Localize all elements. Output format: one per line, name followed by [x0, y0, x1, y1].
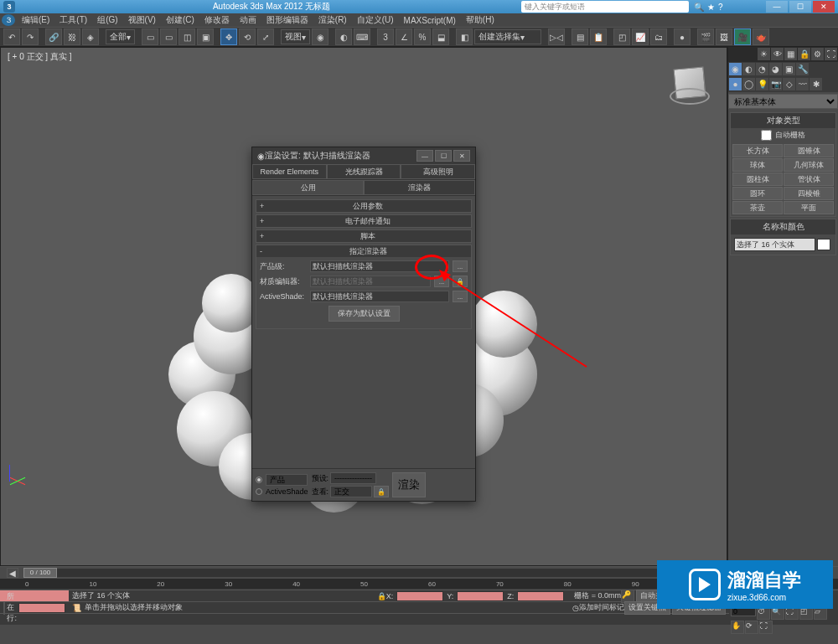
tube-button[interactable]: 管状体 — [784, 173, 834, 186]
menu-customize[interactable]: 自定义(U) — [352, 14, 399, 26]
menu-tools[interactable]: 工具(T) — [54, 14, 92, 26]
menu-modifiers[interactable]: 修改器 — [199, 14, 235, 26]
namecolor-header[interactable]: 名称和颜色 — [731, 219, 835, 234]
hierarchy-tab-icon[interactable]: ◔ — [756, 63, 768, 75]
expand-icon[interactable]: ⛶ — [825, 48, 837, 60]
sb-icon1[interactable] — [3, 601, 5, 615]
keyboard-shortcut-button[interactable]: ⌨ — [354, 28, 370, 45]
time-slider-handle[interactable]: 0 / 100 — [23, 568, 57, 578]
y-coord-input[interactable] — [457, 591, 504, 601]
rollout-script[interactable]: +脚本 — [256, 230, 471, 242]
shapes-icon[interactable]: ◯ — [742, 78, 755, 90]
render-button[interactable]: 渲染 — [392, 472, 426, 497]
lock-selection-icon[interactable]: 🔒 — [377, 592, 386, 600]
utilities-tab-icon[interactable]: 🔧 — [796, 63, 809, 75]
maximize-button[interactable]: ☐ — [789, 1, 811, 13]
menu-group[interactable]: 组(G) — [92, 14, 122, 26]
dialog-maximize-button[interactable]: ☐ — [435, 150, 452, 162]
selection-filter-dropdown[interactable]: 全部 ▾ — [106, 29, 135, 44]
menu-create[interactable]: 创建(C) — [161, 14, 199, 26]
cylinder-button[interactable]: 圆柱体 — [732, 173, 783, 186]
schematic-button[interactable]: 🗂 — [650, 28, 667, 45]
viewport-label[interactable]: [ + 0 正交 ] 真实 ] — [8, 51, 71, 63]
pyramid-button[interactable]: 四棱锥 — [784, 187, 834, 200]
box-button[interactable]: 长方体 — [732, 144, 783, 157]
modify-tab-icon[interactable]: ◐ — [742, 63, 755, 75]
snap-toggle-button[interactable]: 3 — [377, 28, 394, 45]
align-button[interactable]: ▤ — [572, 28, 588, 45]
create-tab-icon[interactable]: ◉ — [729, 63, 742, 75]
viewcube[interactable] — [670, 64, 710, 105]
tab-raytracer[interactable]: 光线跟踪器 — [327, 164, 401, 179]
save-default-button[interactable]: 保存为默认设置 — [328, 306, 400, 322]
gear2-icon[interactable]: ⚙ — [811, 48, 824, 60]
menu-maxscript[interactable]: MAXScript(M) — [399, 16, 461, 25]
dialog-close-button[interactable]: ✕ — [453, 150, 470, 162]
product-radio[interactable] — [256, 477, 262, 483]
autogrid-checkbox[interactable] — [761, 130, 772, 141]
select-name-button[interactable]: ▭ — [160, 28, 177, 45]
tab-renderer[interactable]: 渲染器 — [364, 180, 475, 195]
rollout-email[interactable]: +电子邮件通知 — [256, 215, 471, 227]
systems-icon[interactable]: ✱ — [810, 78, 822, 90]
teapot-button[interactable]: 茶壶 — [732, 201, 783, 214]
select-move-button[interactable]: ✥ — [220, 28, 237, 45]
dialog-minimize-button[interactable]: — — [416, 150, 433, 162]
refcoord-dropdown[interactable]: 视图 ▾ — [281, 29, 310, 44]
app-menu-icon[interactable]: ３ — [2, 14, 15, 26]
layers-button[interactable]: 📋 — [590, 28, 607, 45]
select-button[interactable]: ▭ — [142, 28, 158, 45]
cone-button[interactable]: 圆锥体 — [784, 144, 834, 157]
sphere-button[interactable]: 球体 — [732, 158, 783, 172]
time-tag-icon[interactable]: ◷ — [572, 604, 579, 612]
curve-editor-button[interactable]: 📈 — [632, 28, 649, 45]
search-icon[interactable]: 🔍 — [694, 3, 704, 12]
angle-snap-button[interactable]: ∠ — [396, 28, 412, 45]
helpers-icon[interactable]: ◇ — [783, 78, 795, 90]
object-type-header[interactable]: 对象类型 — [731, 113, 835, 128]
rollout-assign-renderer[interactable]: -指定渲染器 — [256, 245, 471, 257]
render-production-button[interactable]: 🎥 — [734, 28, 751, 45]
object-color-swatch[interactable] — [817, 239, 830, 250]
manipulate-button[interactable]: ◐ — [335, 28, 352, 45]
maxscript-icon[interactable]: 📜 — [72, 604, 81, 612]
x-coord-input[interactable] — [396, 591, 443, 601]
dialog-titlebar[interactable]: ◉ 渲染设置: 默认扫描线渲染器 — ☐ ✕ — [252, 147, 475, 164]
maxmin-viewport-button[interactable]: ⛶ — [759, 621, 773, 634]
menu-rendering[interactable]: 渲染(R) — [313, 14, 352, 26]
tab-common[interactable]: 公用 — [252, 180, 364, 195]
edit-named-sel-button[interactable]: ◧ — [456, 28, 473, 45]
torus-button[interactable]: 圆环 — [732, 187, 783, 200]
select-region-button[interactable]: ◫ — [178, 28, 195, 45]
close-button[interactable]: ✕ — [813, 1, 835, 13]
help-search-input[interactable]: 键入关键字或短语 — [521, 1, 689, 13]
cameras-icon[interactable]: 📷 — [769, 78, 782, 90]
eye-icon[interactable]: 👁 — [771, 48, 784, 60]
primitive-category-dropdown[interactable]: 标准基本体 — [728, 94, 838, 109]
tab-render-elements[interactable]: Render Elements — [252, 164, 327, 179]
percent-snap-button[interactable]: % — [414, 28, 431, 45]
rendered-frame-button[interactable]: 🖼 — [716, 28, 732, 45]
grid-icon[interactable]: ▦ — [784, 48, 797, 60]
teapot-icon[interactable]: 🫖 — [753, 28, 769, 45]
object-name-input[interactable] — [734, 238, 815, 251]
window-crossing-button[interactable]: ▣ — [197, 28, 214, 45]
unlink-button[interactable]: ⛓ — [64, 28, 80, 45]
select-scale-button[interactable]: ⤢ — [257, 28, 274, 45]
lights-icon[interactable]: 💡 — [756, 78, 768, 90]
select-rotate-button[interactable]: ⟲ — [239, 28, 256, 45]
mateditor-renderer-browse-button[interactable]: ... — [434, 276, 449, 287]
geometry-icon[interactable]: ● — [729, 78, 742, 90]
display-tab-icon[interactable]: ▣ — [783, 63, 795, 75]
render-setup-button[interactable]: 🎬 — [697, 28, 714, 45]
orbit-button[interactable]: ⟳ — [745, 621, 758, 634]
menu-views[interactable]: 视图(V) — [123, 14, 161, 26]
redo-button[interactable]: ↷ — [22, 28, 39, 45]
mateditor-lock-button[interactable]: 🔒 — [453, 276, 468, 287]
named-selset-dropdown[interactable]: 创建选择集 ▾ — [474, 29, 541, 44]
spinner-snap-button[interactable]: ⬓ — [432, 28, 449, 45]
menu-edit[interactable]: 编辑(E) — [17, 14, 54, 26]
graphite-button[interactable]: ◰ — [613, 28, 630, 45]
mirror-button[interactable]: ▷◁ — [548, 28, 565, 45]
z-coord-input[interactable] — [517, 591, 564, 601]
